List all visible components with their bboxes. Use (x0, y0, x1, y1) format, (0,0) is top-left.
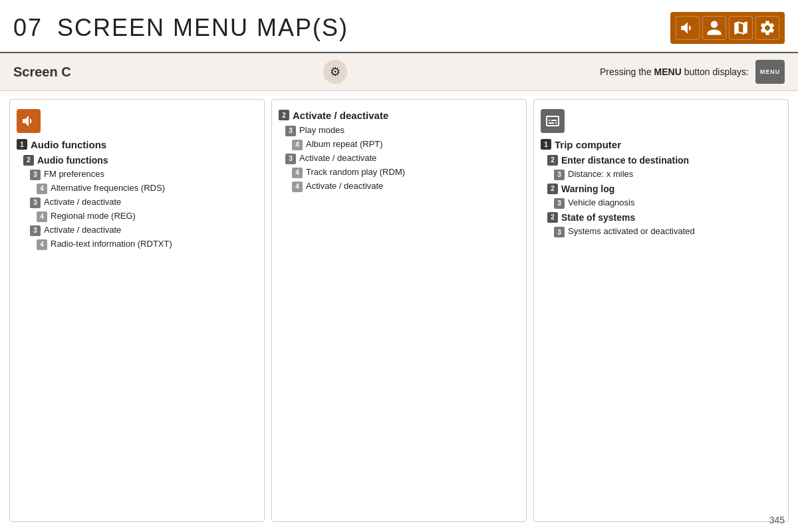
item-text: Alternative frequencies (RDS) (51, 183, 165, 194)
item-text: Activate / deactivate (306, 181, 383, 192)
level-badge: 4 (292, 140, 303, 150)
item-text: Activate / deactivate (293, 109, 388, 122)
screen-label: Screen C (13, 65, 71, 80)
list-item: 4 Album repeat (RPT) (292, 139, 519, 150)
level-badge: 3 (285, 126, 296, 136)
item-text: Warning log (561, 183, 614, 195)
panel2-menu-tree: 2 Activate / deactivate 3 Play modes 4 A… (279, 109, 519, 192)
panel-audio-icon (17, 109, 41, 133)
item-text: Album repeat (RPT) (306, 139, 383, 150)
header-icons (670, 12, 785, 44)
list-item: 1 Trip computer (541, 138, 781, 152)
page-header: 07 SCREEN MENU MAP(S) (0, 0, 798, 53)
desc-bold: MENU (654, 66, 682, 77)
list-item: 2 Activate / deactivate (279, 109, 519, 122)
item-text: Play modes (299, 125, 344, 136)
item-text: Enter distance to destination (561, 154, 689, 166)
level-badge: 2 (547, 212, 558, 223)
level-badge: 1 (17, 139, 27, 150)
panel-playmodes: 2 Activate / deactivate 3 Play modes 4 A… (271, 99, 527, 522)
page-number: 345 (769, 515, 785, 525)
level-badge: 4 (37, 239, 47, 250)
chapter-title: 07 SCREEN MENU MAP(S) (13, 14, 355, 42)
item-text: Track random play (RDM) (306, 167, 405, 178)
list-item: 3 Activate / deactivate (30, 197, 257, 208)
list-item: 4 Regional mode (REG) (37, 211, 257, 222)
level-badge: 1 (541, 139, 551, 150)
level-badge: 3 (30, 198, 41, 208)
list-item: 3 Vehicle diagnosis (554, 198, 781, 209)
screen-label-mid: ⚙ (71, 60, 600, 84)
list-item: 3 Play modes (285, 125, 519, 136)
list-item: 4 Alternative frequencies (RDS) (37, 183, 257, 194)
chapter-number: 07 (13, 14, 43, 41)
item-text: Trip computer (555, 138, 621, 152)
panel-audio: 1 Audio functions 2 Audio functions 3 FM… (9, 99, 265, 522)
panel-tripcomputer: 1 Trip computer 2 Enter distance to dest… (533, 99, 789, 522)
item-text: Vehicle diagnosis (568, 198, 634, 209)
item-text: Activate / deactivate (44, 197, 121, 208)
level-badge: 3 (30, 170, 41, 180)
item-text: Distance: x miles (568, 169, 633, 180)
level-badge: 4 (292, 182, 303, 192)
level-badge: 2 (547, 155, 558, 166)
desc-prefix: Pressing the (600, 66, 654, 77)
content-area: 1 Audio functions 2 Audio functions 3 FM… (0, 91, 798, 530)
list-item: 2 Audio functions (23, 154, 257, 166)
item-text: FM preferences (44, 169, 104, 180)
list-item: 3 Systems activated or deactivated (554, 226, 781, 237)
level-badge: 2 (547, 184, 558, 194)
item-text: Systems activated or deactivated (568, 226, 695, 237)
list-item: 4 Radio-text information (RDTXT) (37, 239, 257, 250)
header-icon-settings (755, 16, 779, 40)
level-badge: 2 (279, 110, 289, 120)
panel3-menu-tree: 1 Trip computer 2 Enter distance to dest… (541, 138, 781, 237)
menu-button-image: MENU (755, 60, 785, 84)
header-icon-map (729, 16, 753, 40)
list-item: 4 Activate / deactivate (292, 181, 519, 192)
item-text: Audio functions (37, 154, 108, 166)
item-text: Activate / deactivate (44, 225, 121, 236)
list-item: 2 State of systems (547, 211, 781, 223)
panel1-menu-tree: 1 Audio functions 2 Audio functions 3 FM… (17, 138, 257, 250)
level-badge: 3 (285, 154, 296, 164)
level-badge: 4 (37, 184, 47, 194)
level-badge: 4 (37, 211, 47, 222)
list-item: 3 Activate / deactivate (30, 225, 257, 236)
level-badge: 4 (292, 168, 303, 178)
item-text: Audio functions (31, 138, 106, 152)
item-text: State of systems (561, 211, 635, 223)
list-item: 2 Enter distance to destination (547, 154, 781, 166)
chapter-title-text: SCREEN MENU MAP(S) (57, 14, 348, 41)
list-item: 3 Activate / deactivate (285, 153, 519, 164)
item-text: Radio-text information (RDTXT) (51, 239, 172, 250)
level-badge: 2 (23, 155, 34, 166)
screen-description: Pressing the MENU button displays: MENU (600, 60, 785, 84)
gear-icon: ⚙ (323, 60, 347, 84)
item-text: Activate / deactivate (299, 153, 376, 164)
screen-label-row: Screen C ⚙ Pressing the MENU button disp… (0, 53, 798, 91)
item-text: Regional mode (REG) (51, 211, 136, 222)
description-text: Pressing the MENU button displays: (600, 66, 749, 77)
list-item: 3 Distance: x miles (554, 169, 781, 180)
level-badge: 3 (554, 170, 565, 180)
level-badge: 3 (554, 198, 565, 209)
level-badge: 3 (554, 227, 565, 237)
desc-suffix: button displays: (682, 66, 749, 77)
list-item: 1 Audio functions (17, 138, 257, 152)
list-item: 3 FM preferences (30, 169, 257, 180)
level-badge: 3 (30, 225, 41, 236)
list-item: 4 Track random play (RDM) (292, 167, 519, 178)
list-item: 2 Warning log (547, 183, 781, 195)
header-icon-person (702, 16, 726, 40)
header-icon-audio (676, 16, 700, 40)
panel-tripcomputer-icon (541, 109, 565, 133)
